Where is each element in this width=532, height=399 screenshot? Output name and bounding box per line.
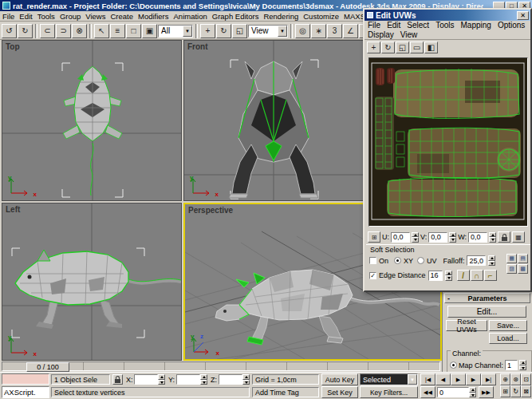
viewport-left-label[interactable]: Left	[6, 205, 20, 214]
toolbar-use-pivot-center[interactable]: ◎	[295, 24, 310, 38]
edge-distance-checkbox[interactable]: ✓	[369, 272, 376, 279]
toolbar-rectangular-region[interactable]: □	[126, 24, 141, 38]
key-mode-dropdown[interactable]: Selected ▼	[360, 373, 418, 385]
parameters-rollout-header[interactable]: - Parameters	[444, 293, 530, 303]
reset-uvws-button[interactable]: Reset UVWs	[446, 320, 487, 331]
z-spinner[interactable]	[242, 374, 250, 385]
toolbar-snaps-toggle[interactable]: 3	[327, 24, 342, 38]
snap-grid-toggle[interactable]: ▦	[512, 231, 525, 243]
soft-selection-on-checkbox[interactable]	[369, 257, 376, 264]
add-time-tag[interactable]: Add Time Tag	[252, 387, 319, 397]
vp-nav-zoom[interactable]: ⊕	[500, 373, 510, 385]
edit-uvws-title-bar[interactable]: Edit UVWs ✕	[365, 10, 530, 21]
lock-selected-vertices-button[interactable]	[498, 231, 510, 243]
toolbar-redo[interactable]: ↻	[18, 24, 33, 38]
toolbar-select-and-scale[interactable]: ◱	[232, 24, 247, 38]
menu-graph-editors[interactable]: Graph Editors	[210, 12, 262, 21]
menu-rendering[interactable]: Rendering	[261, 12, 301, 21]
edge-distance-spinner[interactable]	[445, 271, 452, 281]
vp-nav-arc-rotate[interactable]: ↻	[510, 385, 521, 397]
selection-lock-button[interactable]	[112, 374, 123, 385]
v-field[interactable]: 0,0	[428, 232, 447, 243]
uvw-menu-tools[interactable]: Tools	[432, 21, 457, 30]
timeline-slider[interactable]: 0 / 100	[26, 362, 69, 372]
vp-nav-zoom-all[interactable]: ⊛	[510, 373, 521, 385]
toolbar-bind-to-space-warp[interactable]: ⊗	[72, 24, 87, 38]
uvw-menu-select[interactable]: Select	[404, 21, 432, 30]
soft-sel-paint-soft-selection[interactable]: ▦	[506, 254, 517, 263]
next-key-button[interactable]: ▶▶	[479, 386, 494, 398]
menu-modifiers[interactable]: Modifiers	[136, 12, 171, 21]
z-field[interactable]	[219, 374, 242, 385]
viewport-top[interactable]: Top	[2, 40, 182, 201]
uvw-tool-move[interactable]: +	[367, 41, 380, 53]
menu-customize[interactable]: Customize	[301, 12, 341, 21]
uv-radio[interactable]	[417, 257, 424, 264]
absolute-offset-toggle[interactable]: ⊞	[368, 231, 380, 243]
soft-sel-paint-brush[interactable]: ▤	[518, 254, 528, 263]
viewport-front-label[interactable]: Front	[187, 42, 208, 51]
uvw-menu-display[interactable]: Display	[365, 30, 397, 40]
falloff-spinner[interactable]	[488, 255, 495, 266]
toolbar-select-and-move[interactable]: +	[200, 24, 215, 38]
uvw-menu-mapping[interactable]: Mapping	[458, 21, 495, 30]
transport-go-to-start[interactable]: |◀	[420, 373, 435, 385]
transport-play[interactable]: ▶	[451, 373, 466, 385]
v-spinner[interactable]	[449, 232, 456, 243]
load-uvws-button[interactable]: Load...	[489, 333, 527, 344]
time-spinner[interactable]	[469, 387, 476, 397]
toolbar-select-and-rotate[interactable]: ↻	[216, 24, 231, 38]
maxscript-mini-listener-pink[interactable]	[2, 373, 49, 385]
toolbar-angle-snap[interactable]: ∠	[343, 24, 358, 38]
reference-coordinate-dropdown[interactable]: View ▼	[248, 25, 288, 38]
vp-nav-maximize-viewport[interactable]: ⊠	[521, 385, 531, 397]
viewport-left[interactable]: Left x y	[2, 203, 182, 361]
previous-key-button[interactable]: ◀◀	[420, 386, 435, 398]
uvw-tool-rotate[interactable]: ↻	[381, 41, 395, 53]
soft-sel-paint-reset[interactable]: ▩	[518, 264, 528, 274]
toolbar-select-and-link[interactable]: ⊂	[40, 24, 55, 38]
uvw-menu-file[interactable]: File	[365, 21, 384, 30]
curve-falloff-fast[interactable]: ⌐	[484, 270, 497, 281]
menu-group[interactable]: Group	[57, 12, 83, 21]
save-uvws-button[interactable]: Save...	[489, 320, 527, 331]
soft-sel-paint-options[interactable]: ▨	[506, 264, 517, 274]
uvw-tool-freeform-mode[interactable]: ▭	[410, 41, 424, 53]
auto-key-button[interactable]: Auto Key	[321, 373, 358, 385]
falloff-field[interactable]: 25,0	[467, 255, 486, 266]
map-channel-spinner[interactable]	[519, 360, 526, 370]
menu-file[interactable]: File	[0, 12, 17, 21]
vp-nav-zoom-extents[interactable]: ⊡	[521, 373, 531, 385]
edit-uvws-button[interactable]: Edit...	[447, 306, 526, 318]
transport-go-to-end[interactable]: ▶|	[481, 373, 496, 385]
u-field[interactable]: 0,0	[391, 232, 410, 243]
menu-animation[interactable]: Animation	[171, 12, 210, 21]
w-spinner[interactable]	[489, 232, 496, 243]
edit-uvws-close-button[interactable]: ✕	[517, 11, 529, 20]
current-time-field[interactable]: 0	[437, 387, 469, 397]
viewport-perspective-label[interactable]: Perspective	[188, 206, 233, 215]
uvw-menu-options[interactable]: Options	[495, 21, 528, 30]
selection-filter-dropdown[interactable]: All ▼	[158, 25, 193, 38]
uv-editor-canvas[interactable]	[368, 57, 528, 227]
x-spinner[interactable]	[158, 374, 165, 385]
uvw-menu-view[interactable]: View	[397, 30, 421, 40]
transport-next-frame[interactable]: ▶	[466, 373, 481, 385]
toolbar-select-by-name[interactable]: ≡	[110, 24, 125, 38]
timeline-track[interactable]: 0 / 100	[2, 361, 440, 371]
curve-falloff-linear[interactable]: /	[457, 270, 470, 281]
y-spinner[interactable]	[200, 374, 207, 385]
key-filters-button[interactable]: Key Filters...	[360, 386, 418, 398]
menu-views[interactable]: Views	[83, 12, 108, 21]
uvw-tool-scale[interactable]: ◱	[396, 41, 409, 53]
edge-distance-field[interactable]: 16	[428, 271, 443, 281]
menu-create[interactable]: Create	[108, 12, 136, 21]
w-field[interactable]: 0,0	[468, 232, 487, 243]
xy-radio[interactable]	[394, 257, 401, 264]
uvw-menu-edit[interactable]: Edit	[384, 21, 404, 30]
map-channel-field[interactable]: 1	[505, 360, 518, 370]
curve-falloff-smooth[interactable]: ∩	[471, 270, 483, 281]
vp-nav-zoom-extents-all[interactable]: ⊞	[500, 385, 510, 397]
y-field[interactable]	[176, 374, 200, 385]
menu-edit[interactable]: Edit	[17, 12, 34, 21]
